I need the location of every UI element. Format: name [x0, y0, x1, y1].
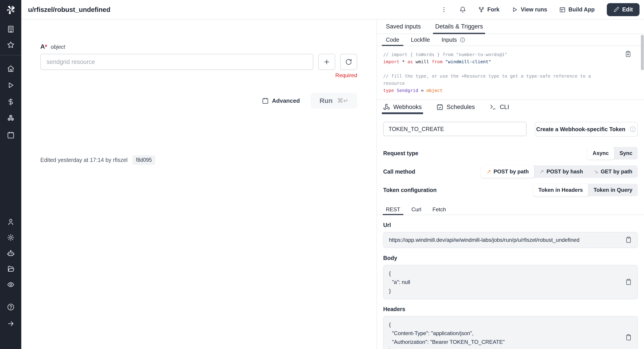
terminal-icon — [490, 104, 496, 110]
tab-cli[interactable]: CLI — [490, 100, 509, 114]
create-webhook-token-label: Create a Webhook-specific Token — [536, 126, 626, 133]
sidebar — [0, 0, 21, 349]
play-icon[interactable] — [7, 81, 14, 89]
get-by-path-label: GET by path — [601, 168, 632, 175]
tab-details-triggers[interactable]: Details & Triggers — [435, 20, 483, 34]
user-icon[interactable] — [7, 218, 14, 226]
add-resource-button[interactable] — [318, 54, 335, 70]
token-in-query[interactable]: Token in Query — [588, 184, 638, 196]
app-root: u/rfiszel/robust_undefined — [0, 0, 644, 349]
tab-saved-inputs[interactable]: Saved inputs — [386, 20, 421, 34]
url-box: https://app.windmill.dev/api/w/windmill-… — [383, 232, 638, 248]
run-button[interactable]: Run ⌘↵ — [310, 93, 357, 109]
call-method-post-by-hash[interactable]: ↗ POST by hash — [534, 165, 588, 178]
fork-button[interactable]: Fork — [478, 6, 500, 13]
run-form-panel: A * object — [21, 20, 376, 349]
body-label: Body — [383, 255, 638, 261]
token-in-headers[interactable]: Token in Headers — [533, 184, 588, 196]
dollar-icon[interactable] — [7, 98, 14, 106]
webhooks-label: Webhooks — [393, 104, 422, 111]
tab-code[interactable]: Code — [386, 34, 399, 46]
token-config-toggle: Token in Headers Token in Query — [533, 184, 638, 196]
copy-body-button[interactable] — [625, 278, 632, 286]
field-type: object — [51, 44, 65, 50]
body-json: { "a": null} — [389, 269, 617, 295]
eye-icon[interactable] — [7, 281, 14, 288]
kebab-menu-button[interactable] — [440, 6, 447, 13]
arrow-down-right-icon: ↘ — [594, 168, 598, 175]
resource-input[interactable] — [40, 54, 313, 70]
home-icon[interactable] — [7, 65, 14, 73]
headers-section: Headers { "Content-Type": "application/j… — [383, 306, 638, 349]
arrow-up-right-icon: ↗ — [540, 168, 544, 175]
arrow-up-right-icon: ↗ — [486, 168, 491, 175]
call-method-get-by-path[interactable]: ↘ GET by path — [588, 165, 638, 178]
create-webhook-token-button[interactable]: Create a Webhook-specific Token — [535, 122, 638, 137]
help-icon[interactable] — [7, 303, 14, 311]
version-badge: f8d095 — [132, 155, 155, 165]
copy-url-button[interactable] — [625, 236, 632, 244]
sidebar-main-group — [7, 65, 14, 139]
play-outline-icon — [512, 7, 518, 13]
snippet-tabs: REST Curl Fetch — [377, 204, 644, 215]
call-method-post-by-path[interactable]: ↗ POST by path — [481, 165, 534, 178]
body-section: Body { "a": null} — [383, 255, 638, 299]
panel-scrollbar[interactable] — [641, 35, 644, 70]
panel-tabs: Saved inputs Details & Triggers — [377, 20, 644, 34]
building-icon[interactable] — [7, 25, 14, 33]
trigger-tabs: Webhooks Schedules CLI — [377, 100, 644, 114]
advanced-button[interactable]: Advanced — [262, 97, 300, 104]
sidebar-divider — [0, 55, 21, 55]
kebab-icon — [440, 6, 447, 13]
main-column: u/rfiszel/robust_undefined — [21, 0, 644, 349]
tab-curl[interactable]: Curl — [412, 204, 421, 215]
request-type-toggle: Async Sync — [587, 147, 638, 159]
refresh-button[interactable] — [340, 54, 357, 70]
notifications-button[interactable] — [459, 6, 466, 13]
plus-icon — [323, 58, 330, 66]
robot-icon[interactable] — [7, 249, 14, 257]
app-grid-icon — [559, 7, 566, 13]
edit-button[interactable]: Edit — [607, 3, 640, 16]
bell-icon — [459, 6, 466, 13]
request-type-async[interactable]: Async — [587, 147, 614, 159]
request-type-label: Request type — [383, 150, 418, 157]
tab-lockfile[interactable]: Lockfile — [411, 34, 430, 46]
star-icon[interactable] — [7, 41, 14, 49]
tab-webhooks[interactable]: Webhooks — [383, 100, 422, 114]
calendar-icon — [262, 97, 269, 104]
request-type-row: Request type Async Sync — [383, 147, 638, 159]
copy-headers-button[interactable] — [625, 334, 632, 341]
tab-schedules[interactable]: Schedules — [436, 100, 475, 114]
view-runs-button[interactable]: View runs — [512, 6, 547, 13]
build-app-button[interactable]: Build App — [559, 6, 595, 13]
required-hint: Required — [40, 72, 357, 79]
calendar-icon[interactable] — [7, 131, 14, 139]
run-label: Run — [320, 97, 332, 105]
token-config-label: Token configuration — [383, 187, 436, 193]
tab-fetch[interactable]: Fetch — [432, 204, 446, 215]
arrow-right-icon[interactable] — [7, 320, 14, 327]
request-type-sync[interactable]: Sync — [614, 147, 638, 159]
url-label: Url — [383, 222, 638, 228]
url-value: https://app.windmill.dev/api/w/windmill-… — [389, 237, 580, 243]
boxes-icon[interactable] — [7, 115, 14, 122]
token-input[interactable] — [383, 122, 526, 136]
clipboard-icon — [625, 278, 632, 285]
tab-inputs[interactable]: Inputs — [442, 34, 466, 46]
clipboard-icon — [625, 236, 632, 243]
call-method-label: Call method — [383, 168, 415, 175]
tab-rest[interactable]: REST — [386, 204, 400, 215]
run-shortcut: ⌘↵ — [337, 97, 348, 104]
url-section: Url https://app.windmill.dev/api/w/windm… — [383, 222, 638, 248]
clipboard-icon — [625, 334, 632, 341]
edit-label: Edit — [622, 6, 633, 13]
windmill-logo[interactable] — [0, 0, 21, 20]
folder-open-icon[interactable] — [7, 265, 14, 273]
resource-input-row — [40, 54, 357, 70]
settings-icon[interactable] — [7, 234, 14, 241]
copy-code-button[interactable] — [625, 51, 632, 58]
topbar: u/rfiszel/robust_undefined — [21, 0, 644, 20]
sidebar-lower-group — [7, 218, 14, 288]
token-config-row: Token configuration Token in Headers Tok… — [383, 184, 638, 196]
